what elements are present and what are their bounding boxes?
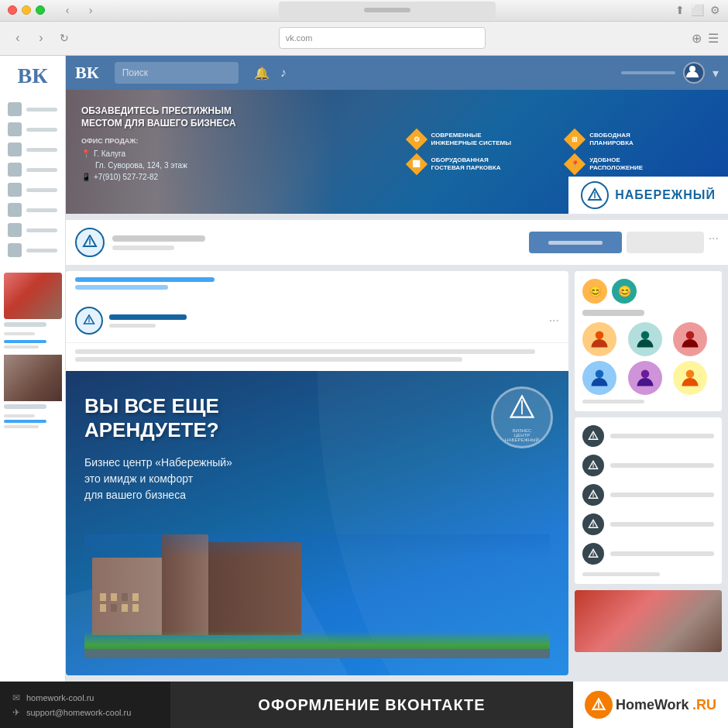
footer-center: ОФОРМЛЕНИЕ ВКОНТАКТЕ bbox=[170, 696, 573, 714]
link-text-2 bbox=[610, 463, 714, 468]
member-avatar-1: 😊 bbox=[582, 279, 607, 304]
post-more[interactable]: ··· bbox=[549, 314, 559, 328]
right-photo-widget[interactable] bbox=[575, 590, 722, 652]
post-header: ··· bbox=[66, 299, 568, 343]
music-label bbox=[26, 228, 57, 232]
right-link-3[interactable] bbox=[582, 484, 714, 506]
sidebar-item-games[interactable] bbox=[0, 240, 65, 260]
sidebar-link-bar bbox=[4, 340, 46, 343]
links-footer-bar bbox=[582, 572, 660, 576]
post-card-title: ВЫ ВСЕ ЕЩЕАРЕНДУЕТЕ? bbox=[84, 394, 286, 442]
footer-email-1: ✉ homework-cool.ru bbox=[12, 692, 158, 703]
link-text-1 bbox=[610, 434, 714, 438]
nav-chevron[interactable]: ▾ bbox=[713, 66, 719, 81]
right-link-5[interactable] bbox=[582, 543, 714, 565]
forward-button[interactable]: › bbox=[82, 2, 99, 19]
ad-banner-left: ОБЗАВЕДИТЕСЬ ПРЕСТИЖНЫМ МЕСТОМ ДЛЯ ВАШЕГ… bbox=[66, 90, 397, 214]
right-link-2[interactable] bbox=[582, 455, 714, 476]
right-link-1[interactable] bbox=[582, 425, 714, 447]
feed-bar-2 bbox=[75, 285, 168, 290]
phone-icon: 📱 bbox=[81, 173, 91, 181]
toolbar-forward[interactable]: › bbox=[33, 29, 50, 46]
member-6[interactable] bbox=[673, 361, 707, 395]
home-label bbox=[26, 108, 57, 112]
resize-icon[interactable]: ⬜ bbox=[691, 4, 704, 16]
friends-label bbox=[26, 168, 57, 172]
ad-banner: ОБЗАВЕДИТЕСЬ ПРЕСТИЖНЫМ МЕСТОМ ДЛЯ ВАШЕГ… bbox=[66, 90, 728, 214]
member-2[interactable] bbox=[628, 322, 662, 356]
sidebar-item-music[interactable] bbox=[0, 220, 65, 240]
homework-logo: HomeWork .RU bbox=[585, 691, 716, 719]
share-icon[interactable]: ⬆ bbox=[675, 4, 685, 16]
minimize-button[interactable] bbox=[22, 5, 31, 15]
groups-label bbox=[26, 188, 57, 192]
feature-parking: 🅿 ОБОРУДОВАННАЯГОСТЕВАЯ ПАРКОВКА bbox=[407, 154, 561, 174]
sidebar-item-docs[interactable] bbox=[0, 200, 65, 220]
music-nav-icon[interactable]: ♪ bbox=[280, 66, 287, 81]
office-label: ОФИС ПРОДАЖ: bbox=[81, 137, 382, 145]
group-info bbox=[112, 235, 521, 250]
ad-city: 📍 Г. Калуга bbox=[81, 149, 382, 158]
vk-logo: ВК bbox=[18, 64, 48, 88]
notification-icon[interactable]: 🔔 bbox=[254, 66, 270, 81]
member-4[interactable] bbox=[582, 361, 616, 395]
footer: ✉ homework-cool.ru ✈ support@homework-co… bbox=[0, 682, 728, 728]
member-3[interactable] bbox=[673, 322, 707, 356]
svg-point-14 bbox=[686, 370, 695, 379]
vk-right-sidebar: 😊 😊 bbox=[575, 271, 722, 675]
maximize-button[interactable] bbox=[36, 5, 45, 15]
sidebar-item-groups[interactable] bbox=[0, 180, 65, 200]
footer-tagline: ОФОРМЛЕНИЕ ВКОНТАКТЕ bbox=[258, 696, 485, 714]
vk-body: ··· bbox=[66, 271, 728, 682]
subscribe-button[interactable] bbox=[529, 232, 622, 253]
hw-icon bbox=[585, 691, 613, 719]
group-avatar bbox=[75, 228, 105, 257]
sidebar-link3-bar bbox=[4, 425, 39, 428]
sidebar-sub-bar bbox=[4, 332, 35, 335]
members-widget: 😊 😊 bbox=[575, 271, 722, 411]
bookmark-icon[interactable]: ⊕ bbox=[692, 31, 702, 46]
user-avatar[interactable] bbox=[683, 62, 705, 84]
post-avatar bbox=[75, 307, 103, 335]
sidebar-image-1[interactable] bbox=[4, 273, 62, 319]
post-line-2 bbox=[75, 357, 462, 362]
toolbar-refresh[interactable]: ↻ bbox=[56, 29, 73, 46]
message-button[interactable] bbox=[627, 232, 704, 253]
home-icon bbox=[8, 102, 22, 116]
member-5[interactable] bbox=[628, 361, 662, 395]
group-sub bbox=[112, 246, 174, 250]
sidebar-item-feed[interactable] bbox=[0, 119, 65, 139]
link-icon-1 bbox=[582, 425, 604, 447]
menu-icon[interactable]: ☰ bbox=[708, 31, 719, 46]
vk-feed: ··· bbox=[66, 271, 568, 675]
docs-label bbox=[26, 208, 57, 212]
post-time bbox=[109, 324, 156, 328]
vk-search-input[interactable] bbox=[115, 62, 239, 84]
sidebar-sub2-bar bbox=[4, 414, 35, 417]
progress-bar bbox=[621, 71, 675, 74]
address-bar[interactable]: vk.com bbox=[279, 27, 486, 49]
building-visualization bbox=[84, 519, 550, 658]
right-link-4[interactable] bbox=[582, 513, 714, 535]
sidebar-item-friends[interactable] bbox=[0, 160, 65, 180]
feature-planning: ⊞ СВОБОДНАЯПЛАНИРОВКА bbox=[565, 129, 719, 149]
post-name bbox=[109, 314, 187, 320]
ad-address: Гл. Суворова, 124, 3 этаж bbox=[81, 161, 382, 170]
sidebar-link2-bar bbox=[4, 420, 46, 423]
browser-chrome: ‹ › ⬆ ⬜ ⚙ ‹ › ↻ vk.com ⊕ ☰ bbox=[0, 0, 728, 56]
sidebar-item-home[interactable] bbox=[0, 99, 65, 119]
vk-topnav-logo: ВК bbox=[75, 63, 99, 83]
sidebar-item-messages[interactable] bbox=[0, 139, 65, 160]
more-options[interactable]: ··· bbox=[709, 232, 719, 253]
sidebar-caption2-bar bbox=[4, 404, 46, 409]
hw-suffix: .RU bbox=[692, 697, 716, 713]
svg-point-0 bbox=[689, 66, 695, 72]
toolbar-back[interactable]: ‹ bbox=[9, 29, 26, 46]
sidebar-image-2[interactable] bbox=[4, 355, 62, 401]
back-button[interactable]: ‹ bbox=[59, 2, 76, 19]
close-button[interactable] bbox=[8, 5, 17, 15]
tab-label[interactable] bbox=[364, 8, 410, 12]
settings-icon[interactable]: ⚙ bbox=[710, 4, 720, 16]
brand-name: НАБЕРЕЖНЫЙ bbox=[615, 188, 716, 202]
member-1[interactable] bbox=[582, 322, 616, 356]
